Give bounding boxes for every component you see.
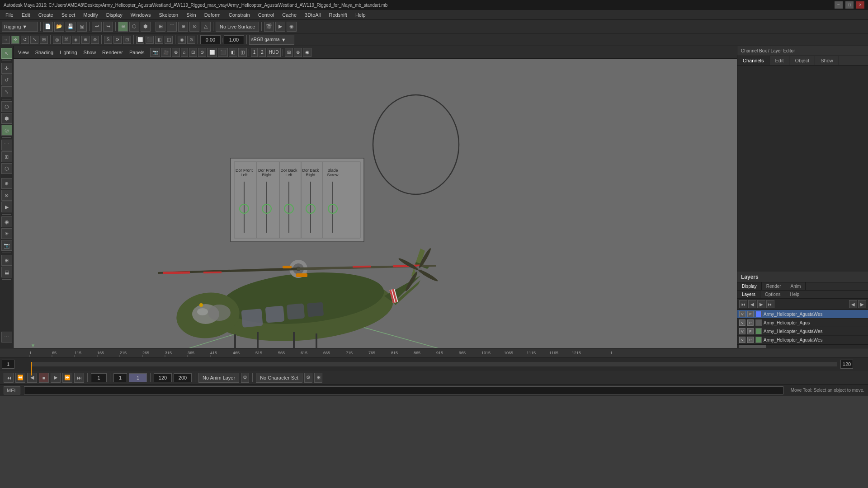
render-seq-button[interactable]: ▶ [275,22,285,32]
layer-next-next-btn[interactable]: ⏭ [766,300,774,308]
menu-skeleton[interactable]: Skeleton [155,11,182,19]
vp-menu-lighting[interactable]: Lighting [57,49,80,56]
rivet-button[interactable]: ◈ [72,36,80,44]
vp-resolution-btn[interactable]: 1 [251,48,258,57]
layer-row-1[interactable]: V P Army_Helicopter_Agus [737,319,868,327]
rotate-tool-button[interactable]: ↺ [21,36,29,44]
undo-button[interactable]: ↩ [92,22,102,32]
vp-hud-btn[interactable]: HUD [267,48,281,57]
soft-mod-button[interactable]: ◎ [53,36,61,44]
play-back-button[interactable]: ◀ [27,373,37,383]
move-tool-button[interactable]: ✛ [11,36,19,44]
play-forward-button[interactable]: ▶ [51,373,61,383]
close-button[interactable]: × [856,1,864,9]
layer-prev-prev-btn[interactable]: ⏮ [739,300,747,308]
right-panel-scrollbar[interactable] [737,344,868,348]
vp-wire[interactable]: ⬜ [207,48,217,57]
value-field-b[interactable] [224,35,244,44]
menu-deform[interactable]: Deform [201,11,224,19]
isolate-btn[interactable]: ⊙ [187,36,195,44]
vp-icon5[interactable]: ⊡ [189,48,197,57]
lasso-button[interactable]: ⬡ [129,22,139,32]
texture-mode-btn[interactable]: ◧ [155,36,163,44]
menu-select[interactable]: Select [58,11,79,19]
vp-icon1[interactable]: 📷 [150,48,160,57]
snap-surface-button[interactable]: △ [201,22,211,32]
layer-v-btn-1[interactable]: V [739,319,745,326]
tab-anim[interactable]: Anim [786,282,806,290]
anim-left-button[interactable]: ▶ [1,202,12,212]
value-field-a[interactable] [200,35,221,44]
go-to-start-button[interactable]: ⏮ [4,373,14,383]
vp-grid-btn[interactable]: ⊞ [285,48,293,57]
layer-scroll-right[interactable]: ▶ [858,300,866,308]
menu-edit[interactable]: Edit [18,11,34,19]
universal-tool-button[interactable]: ⊞ [40,36,48,44]
vp-light[interactable]: ◫ [238,48,247,57]
layer-p-btn-3[interactable]: P [747,337,754,343]
menu-modify[interactable]: Modify [80,11,101,19]
snap-grid-button[interactable]: ⊞ [156,22,165,32]
tab-show[interactable]: Show [815,56,839,65]
menu-skin[interactable]: Skin [183,11,199,19]
menu-display[interactable]: Display [103,11,126,19]
range-end-field[interactable] [154,373,172,382]
layer-row-3[interactable]: V P Army_Helicopter_AgustaWes [737,336,868,344]
minimize-button[interactable]: − [835,1,843,9]
layer-p-btn[interactable]: P [747,311,754,317]
tab-display[interactable]: Display [737,282,762,290]
max-frames-field[interactable] [174,373,192,382]
deform-tool-button[interactable]: ⌘ [62,36,71,44]
menu-cache[interactable]: Cache [278,11,300,19]
rotate-tool-left-button[interactable]: ↺ [1,75,12,85]
new-file-button[interactable]: 📄 [43,22,53,32]
menu-constrain[interactable]: Constrain [225,11,254,19]
key-frame-field[interactable] [129,373,147,382]
scale-tool-button[interactable]: ⤡ [30,36,38,44]
wire-mode-btn[interactable]: ⬜ [136,36,144,44]
layer-p-btn-2[interactable]: P [747,328,754,334]
render-settings-button[interactable]: 🎬 [264,22,274,32]
timeline-scrubber[interactable] [31,362,837,366]
menu-redshift[interactable]: Redshift [326,11,351,19]
tab-edit[interactable]: Edit [769,56,789,65]
step-back-button[interactable]: ⏪ [15,373,25,383]
key-btn2[interactable]: ⟳ [113,36,122,44]
constraint-button[interactable]: ⊗ [1,190,12,201]
vp-menu-panels[interactable]: Panels [127,49,147,56]
light-left-button[interactable]: ☀ [1,228,12,239]
layer-v-btn-3[interactable]: V [739,337,745,343]
mode-dropdown[interactable]: Rigging ▼ [2,22,38,32]
menu-control[interactable]: Control [255,11,278,19]
color-space-dropdown[interactable]: sRGB gamma ▼ [249,35,294,45]
vp-select-btn[interactable]: ⊕ [294,48,302,57]
tab-render[interactable]: Render [762,282,786,290]
vp-menu-view[interactable]: View [15,49,32,56]
vp-xray-btn[interactable]: ◉ [303,48,311,57]
maximize-button[interactable]: □ [845,1,854,9]
polygon-tool-button[interactable]: ⬡ [1,163,12,174]
paint-select-button[interactable]: ⬢ [1,113,12,124]
layer-prev-btn[interactable]: ◀ [748,300,756,308]
transform-button[interactable]: ↔ [2,36,10,44]
vp-isolate[interactable]: ⊙ [198,48,206,57]
tab-layers[interactable]: Layers [737,291,760,298]
curve-tool-button[interactable]: ⌒ [1,140,12,150]
anim-layer-settings-btn[interactable]: ⚙ [241,373,249,383]
menu-3dtoall[interactable]: 3DtoAll [301,11,324,19]
save-as-button[interactable]: 🖫 [77,22,87,32]
vp-icon2[interactable]: 🎥 [161,48,171,57]
tab-help[interactable]: Help [785,291,804,298]
joint-tool-button[interactable]: ⊕ [81,36,90,44]
layer-row-0[interactable]: V P Army_Helicopter_AgustaWes [737,310,868,319]
smooth-mode-btn[interactable]: ⬛ [146,36,154,44]
vp-icon3[interactable]: ⊕ [172,48,180,57]
move-tool-left-button[interactable]: ✛ [1,63,12,74]
key-btn1[interactable]: S [104,36,112,44]
layer-next-btn[interactable]: ▶ [757,300,765,308]
current-time-field[interactable] [91,373,107,382]
ipr-button[interactable]: ◉ [287,22,297,32]
stop-button[interactable]: ■ [39,373,49,383]
menu-file[interactable]: File [2,11,17,19]
window-controls[interactable]: − □ × [835,1,864,9]
